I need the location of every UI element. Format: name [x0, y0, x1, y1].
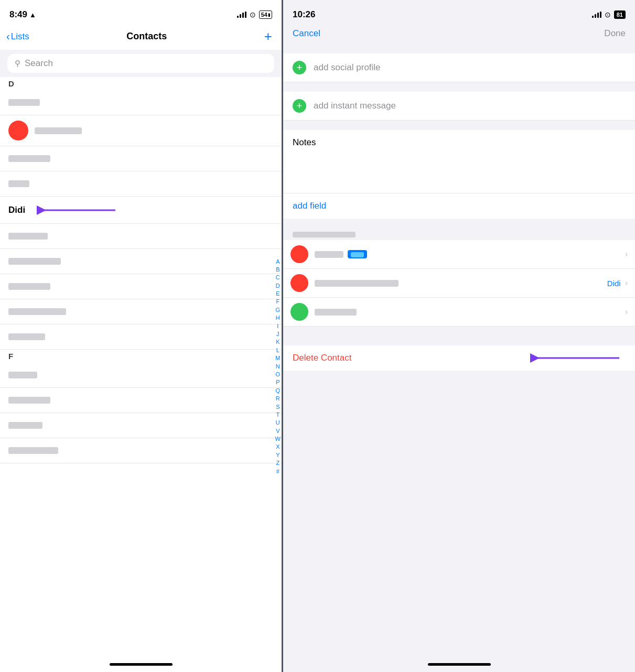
- list-item[interactable]: [0, 115, 282, 146]
- left-panel: 8:49 ▲ ⊙ 54 ▮ ‹ Lists Contacts +: [0, 0, 283, 672]
- location-icon: ▲: [29, 11, 36, 19]
- search-placeholder: Search: [25, 58, 53, 69]
- list-item[interactable]: [0, 299, 282, 324]
- alpha-I[interactable]: I: [277, 322, 278, 330]
- alpha-Q[interactable]: Q: [276, 387, 281, 395]
- didi-contact-row[interactable]: Didi: [0, 197, 282, 224]
- linked-name-blur-2: [315, 280, 607, 287]
- alpha-P[interactable]: P: [276, 379, 279, 387]
- bottom-spacer: [283, 371, 635, 656]
- alpha-Z[interactable]: Z: [276, 459, 279, 467]
- done-button[interactable]: Done: [604, 28, 626, 39]
- social-profile-label: add social profile: [314, 62, 381, 73]
- section-d: D: [0, 77, 282, 90]
- section-gap-1: [283, 44, 635, 53]
- alpha-G[interactable]: G: [276, 306, 281, 314]
- notes-section[interactable]: Notes: [283, 130, 635, 193]
- list-item[interactable]: [0, 224, 282, 249]
- add-instant-message-row[interactable]: + add instant message: [283, 92, 635, 121]
- alpha-U[interactable]: U: [276, 419, 280, 427]
- list-item[interactable]: [0, 324, 282, 350]
- back-button[interactable]: ‹ Lists: [6, 30, 29, 42]
- alpha-V[interactable]: V: [276, 427, 279, 435]
- alpha-B[interactable]: B: [276, 266, 279, 274]
- blurred-section-title: [293, 230, 626, 240]
- add-field-row[interactable]: add field: [283, 193, 635, 219]
- list-item[interactable]: [0, 171, 282, 197]
- alpha-E[interactable]: E: [276, 290, 279, 298]
- linked-contact-2[interactable]: Didi ›: [283, 269, 635, 298]
- section-f: F: [0, 350, 282, 363]
- alpha-C[interactable]: C: [276, 274, 280, 282]
- linked-name-blur-1: [315, 250, 625, 258]
- status-icons-right: ⊙ 81: [592, 10, 626, 19]
- alpha-K[interactable]: K: [276, 339, 279, 346]
- alpha-D[interactable]: D: [276, 282, 280, 290]
- notes-label: Notes: [293, 137, 316, 147]
- alpha-H[interactable]: H: [276, 314, 280, 322]
- alpha-S[interactable]: S: [276, 403, 279, 411]
- chevron-left-icon: ‹: [6, 30, 10, 42]
- status-icons-left: ⊙ 54 ▮: [237, 10, 272, 19]
- section-gap-5: [283, 327, 635, 336]
- home-indicator-right: [283, 656, 635, 672]
- page-title: Contacts: [126, 31, 167, 42]
- list-item[interactable]: [0, 90, 282, 115]
- linked-contact-1[interactable]: ›: [283, 240, 635, 269]
- add-social-icon: +: [293, 61, 306, 74]
- didi-arrow-annotation: [31, 200, 121, 221]
- list-item[interactable]: [0, 388, 282, 413]
- alpha-hash[interactable]: #: [276, 468, 279, 475]
- alpha-R[interactable]: R: [276, 395, 280, 403]
- alpha-Y[interactable]: Y: [276, 451, 279, 459]
- wifi-icon: ⊙: [250, 10, 256, 19]
- list-item[interactable]: [0, 274, 282, 299]
- contact-name-blur: [8, 333, 45, 340]
- nav-bar-left: ‹ Lists Contacts +: [0, 26, 282, 50]
- list-item[interactable]: [0, 146, 282, 171]
- alpha-F[interactable]: F: [276, 298, 279, 306]
- delete-contact-section[interactable]: Delete Contact: [283, 345, 635, 371]
- alpha-L[interactable]: L: [276, 346, 279, 354]
- list-item[interactable]: [0, 249, 282, 274]
- cancel-button[interactable]: Cancel: [293, 28, 320, 39]
- linked-contacts-header: [283, 228, 635, 240]
- contact-name-blur: [8, 422, 42, 429]
- back-label: Lists: [11, 31, 29, 42]
- list-item[interactable]: [0, 413, 282, 438]
- alpha-J[interactable]: J: [276, 330, 279, 338]
- instant-message-label: add instant message: [314, 101, 396, 111]
- alpha-T[interactable]: T: [276, 411, 279, 419]
- contact-name-blur: [8, 233, 48, 240]
- linked-contact-3[interactable]: ›: [283, 298, 635, 327]
- battery-icon: 54 ▮: [259, 10, 272, 19]
- contact-name-blur: [8, 99, 40, 106]
- alphabet-index[interactable]: A B C D E F G H I J K L M N O P Q R S T …: [275, 258, 281, 476]
- alpha-M[interactable]: M: [275, 354, 280, 362]
- alpha-X[interactable]: X: [276, 443, 279, 451]
- delete-contact-button[interactable]: Delete Contact: [293, 353, 351, 363]
- alpha-W[interactable]: W: [275, 435, 281, 443]
- alpha-O[interactable]: O: [276, 371, 281, 378]
- add-social-profile-row[interactable]: + add social profile: [283, 53, 635, 82]
- wifi-icon-right: ⊙: [605, 10, 611, 19]
- avatar-2: [290, 274, 308, 292]
- plus-icon-2: +: [297, 101, 303, 111]
- home-indicator-left: [0, 656, 282, 672]
- list-item[interactable]: [0, 438, 282, 463]
- avatar-1: [290, 245, 308, 263]
- alpha-N[interactable]: N: [276, 363, 280, 371]
- signal-icon-right: [592, 12, 601, 18]
- add-instant-icon: +: [293, 99, 306, 113]
- add-field-label: add field: [293, 201, 326, 211]
- list-item[interactable]: [0, 363, 282, 388]
- search-bar[interactable]: ⚲ Search: [7, 54, 274, 73]
- contact-name-blur: [8, 372, 37, 378]
- alpha-A[interactable]: A: [276, 258, 279, 266]
- add-contact-button[interactable]: +: [264, 28, 272, 45]
- contact-name-blur: [8, 180, 29, 187]
- chevron-right-icon-1: ›: [625, 250, 628, 259]
- status-bar-left: 8:49 ▲ ⊙ 54 ▮: [0, 0, 282, 26]
- right-panel: 10:26 ⊙ 81 Cancel Done + add social prof: [283, 0, 635, 672]
- home-bar-left: [110, 663, 173, 666]
